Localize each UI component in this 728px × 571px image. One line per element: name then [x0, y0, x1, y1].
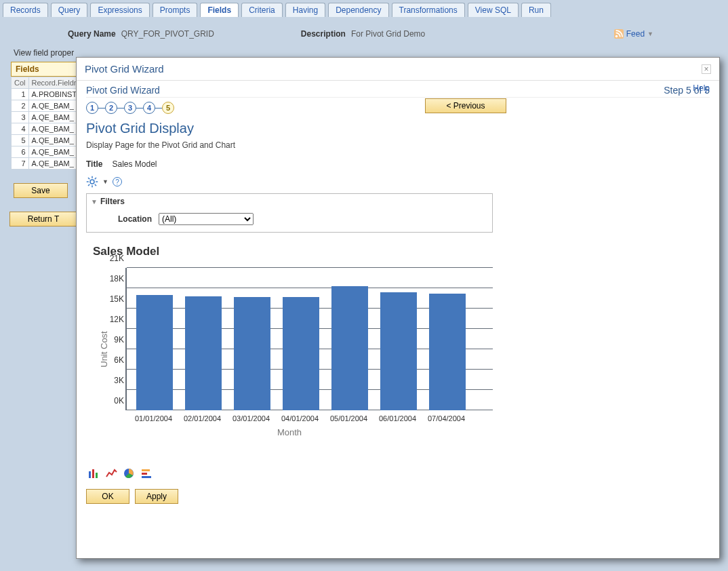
- query-name-value: QRY_FOR_PIVOT_GRID: [121, 29, 214, 39]
- table-row[interactable]: 4A.QE_BAM_: [12, 123, 81, 135]
- fields-col-header-recfield[interactable]: Record.Fieldn: [28, 77, 81, 89]
- section-title: Pivot Grid Display: [86, 121, 710, 136]
- table-row[interactable]: 3A.QE_BAM_: [12, 112, 81, 123]
- bar[interactable]: [136, 295, 173, 410]
- wizard-name: Pivot Grid Wizard: [86, 85, 160, 96]
- xtick-label: 03/01/2004: [232, 414, 269, 422]
- xtick-label: 02/01/2004: [184, 414, 220, 422]
- query-name-label: Query Name: [68, 29, 116, 39]
- table-row[interactable]: 6A.QE_BAM_: [12, 146, 81, 158]
- dropdown-caret-icon: ▼: [647, 31, 653, 37]
- fields-panel-title: Fields: [11, 62, 79, 77]
- apply-button[interactable]: Apply: [135, 489, 178, 504]
- ytick-label: 0K: [98, 396, 124, 406]
- xtick-label: 06/01/2004: [379, 414, 416, 422]
- grid-title-value: Sales Model: [112, 159, 157, 169]
- pie-chart-icon[interactable]: [123, 467, 135, 479]
- ytick-label: 15K: [98, 294, 124, 304]
- chart-type-toolbar: [87, 467, 710, 479]
- ytick-label: 18K: [98, 274, 124, 283]
- filters-label: Filters: [100, 197, 125, 206]
- grid-title-row: Title Sales Model: [86, 159, 710, 169]
- bar[interactable]: [283, 297, 319, 410]
- svg-rect-11: [89, 471, 91, 478]
- ytick-label: 21K: [98, 254, 124, 263]
- ok-button[interactable]: OK: [86, 489, 129, 504]
- location-filter-select[interactable]: (All): [159, 213, 254, 225]
- rss-icon: [614, 29, 624, 39]
- xtick-label: 01/01/2004: [135, 414, 171, 422]
- feed-link[interactable]: Feed ▼: [614, 29, 653, 39]
- tab-run[interactable]: Run: [521, 3, 551, 17]
- xtick-label: 05/01/2004: [330, 414, 367, 422]
- tab-query[interactable]: Query: [51, 3, 88, 17]
- filters-header[interactable]: ▼ Filters: [91, 197, 488, 206]
- ytick-label: 6K: [98, 355, 124, 365]
- line-chart-icon[interactable]: [105, 467, 117, 479]
- section-subtitle: Display Page for the Pivot Grid and Char…: [86, 140, 710, 150]
- gear-icon: [86, 176, 98, 188]
- bar[interactable]: [380, 292, 417, 410]
- svg-rect-17: [142, 476, 151, 478]
- xtick-label: 04/01/2004: [281, 414, 318, 422]
- chart-xlabel: Month: [86, 427, 493, 437]
- svg-rect-12: [92, 469, 94, 478]
- step-4-circle[interactable]: 4: [143, 102, 155, 114]
- fields-table: Col Record.Fieldn 1A.PROBINST2A.QE_BAM_3…: [11, 77, 81, 170]
- svg-rect-13: [96, 473, 98, 478]
- bar[interactable]: [234, 297, 270, 410]
- table-row[interactable]: 5A.QE_BAM_: [12, 135, 81, 146]
- tab-transformations[interactable]: Transformations: [392, 3, 465, 17]
- grid-title-label: Title: [86, 159, 102, 169]
- tab-criteria[interactable]: Criteria: [241, 3, 283, 17]
- svg-line-9: [88, 184, 89, 186]
- modal-close-button[interactable]: ×: [702, 64, 711, 74]
- tab-records[interactable]: Records: [3, 3, 48, 17]
- svg-point-1: [615, 35, 618, 38]
- tab-prompts[interactable]: Prompts: [153, 3, 198, 17]
- pivot-grid-wizard-modal: Pivot Grid Wizard × Help Pivot Grid Wiza…: [76, 57, 720, 559]
- svg-rect-15: [142, 469, 150, 471]
- modal-titlebar: Pivot Grid Wizard ×: [77, 58, 719, 81]
- wizard-header-row: Pivot Grid Wizard Step 5 of 5: [86, 85, 710, 98]
- help-icon[interactable]: ?: [113, 177, 122, 186]
- wizard-step-indicator: 1 2 3 4 5: [86, 102, 174, 114]
- table-row[interactable]: 7A.QE_BAM_: [12, 158, 81, 170]
- bar[interactable]: [429, 294, 466, 410]
- fields-col-header-col[interactable]: Col: [12, 77, 29, 89]
- bar-chart-icon[interactable]: [87, 467, 100, 479]
- ytick-label: 3K: [98, 376, 124, 385]
- tab-view-sql[interactable]: View SQL: [468, 3, 519, 17]
- step-3-circle[interactable]: 3: [124, 102, 136, 114]
- collapse-triangle-icon: ▼: [91, 198, 98, 205]
- step-1-circle[interactable]: 1: [86, 102, 98, 114]
- location-filter-label: Location: [118, 214, 152, 224]
- fields-panel: Fields Col Record.Fieldn 1A.PROBINST2A.Q…: [11, 62, 79, 170]
- ytick-label: 9K: [98, 335, 124, 344]
- table-row[interactable]: 2A.QE_BAM_: [12, 100, 81, 112]
- xtick-label: 07/04/2004: [428, 414, 464, 422]
- filters-panel: ▼ Filters Location (All): [86, 193, 493, 233]
- tab-having[interactable]: Having: [285, 3, 325, 17]
- step-5-circle[interactable]: 5: [162, 102, 174, 114]
- svg-point-2: [90, 180, 94, 184]
- tab-expressions[interactable]: Expressions: [90, 3, 149, 17]
- help-link[interactable]: Help: [693, 83, 710, 93]
- table-row[interactable]: 1A.PROBINST: [12, 89, 81, 100]
- tab-fields[interactable]: Fields: [200, 3, 239, 17]
- bar[interactable]: [331, 286, 368, 410]
- description-value: For Pivot Grid Demo: [351, 29, 425, 39]
- description-label: Description: [301, 29, 346, 39]
- bar[interactable]: [185, 296, 222, 410]
- feed-label: Feed: [626, 29, 645, 39]
- dropdown-caret-icon[interactable]: ▼: [102, 178, 108, 185]
- return-button[interactable]: Return T: [9, 212, 77, 227]
- previous-button[interactable]: < Previous: [425, 98, 506, 113]
- save-button[interactable]: Save: [14, 183, 68, 198]
- hbar-chart-icon[interactable]: [140, 467, 153, 479]
- tab-dependency[interactable]: Dependency: [328, 3, 388, 17]
- svg-line-10: [95, 178, 96, 179]
- bar-chart: Unit Cost 0K3K6K9K12K15K18K21K 01/01/200…: [86, 261, 493, 437]
- settings-gear-button[interactable]: [86, 176, 98, 188]
- step-2-circle[interactable]: 2: [105, 102, 117, 114]
